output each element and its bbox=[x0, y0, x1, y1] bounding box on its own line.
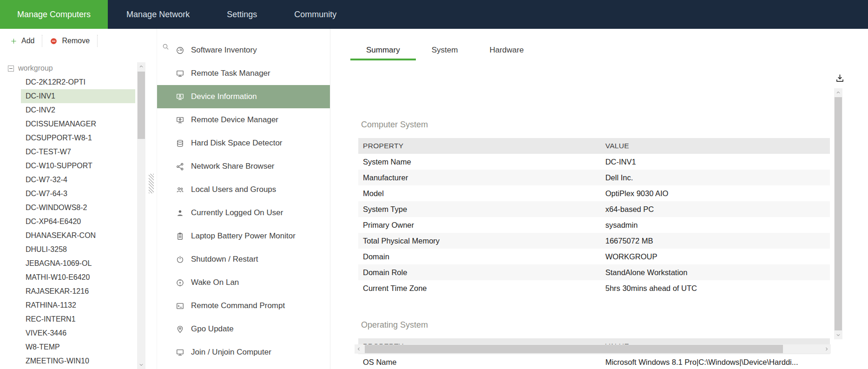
tool-item-software-inventory[interactable]: Software Inventory bbox=[157, 39, 330, 62]
tool-item-hard-disk-space-detector[interactable]: Hard Disk Space Detector bbox=[157, 132, 330, 155]
summary-content: Computer System PROPERTY VALUE System Na… bbox=[358, 120, 830, 369]
scrollbar-thumb[interactable] bbox=[835, 97, 842, 330]
remove-minus-icon bbox=[50, 37, 58, 45]
tool-label: Shutdown / Restart bbox=[191, 255, 258, 264]
tree-toolbar: Add Remove bbox=[0, 29, 146, 53]
tool-label: Remote Command Prompt bbox=[191, 301, 285, 310]
content-scrollbar-horizontal[interactable] bbox=[355, 344, 831, 354]
tree-item-computer[interactable]: DC-XP64-E6420 bbox=[21, 215, 135, 229]
export-download-button[interactable] bbox=[834, 72, 846, 86]
toolbar-separator bbox=[97, 35, 98, 47]
tool-label: Laptop Battery Power Monitor bbox=[191, 231, 296, 241]
computer-tree-panel: Add Remove workgroup DC-2K12R2-OPTI DC-I… bbox=[0, 29, 146, 369]
collapse-panel-handle[interactable] bbox=[149, 174, 154, 193]
scroll-up-arrow[interactable] bbox=[137, 62, 145, 71]
scrollbar-thumb[interactable] bbox=[365, 345, 783, 353]
tool-item-wake-on-lan[interactable]: Wake On Lan bbox=[157, 271, 330, 294]
tool-label: Gpo Update bbox=[191, 324, 234, 334]
nav-tab-settings[interactable]: Settings bbox=[208, 0, 276, 29]
tree-item-computer[interactable]: DC-2K12R2-OPTI bbox=[21, 75, 135, 89]
scroll-right-arrow[interactable] bbox=[822, 344, 831, 354]
tool-item-join-unjoin-computer[interactable]: Join / Unjoin Computer bbox=[157, 341, 330, 364]
value-cell: Microsoft Windows 8.1 Pro|C:\Windows|\De… bbox=[601, 358, 830, 367]
tree-item-computer[interactable]: VIVEK-3446 bbox=[21, 326, 135, 340]
panel-splitter[interactable] bbox=[146, 29, 157, 369]
tool-item-gpo-update[interactable]: Gpo Update bbox=[157, 317, 330, 341]
tab-system[interactable]: System bbox=[416, 43, 474, 60]
download-icon bbox=[835, 73, 845, 83]
tree-root-workgroup[interactable]: workgroup bbox=[0, 61, 146, 75]
scroll-down-arrow[interactable] bbox=[137, 361, 145, 369]
tree-item-computer[interactable]: DC-INV2 bbox=[21, 103, 135, 117]
workgroup-label: workgroup bbox=[18, 64, 53, 72]
column-header-value: VALUE bbox=[601, 142, 830, 150]
nav-tab-manage-computers[interactable]: Manage Computers bbox=[0, 0, 108, 29]
table-row: OS Name Microsoft Windows 8.1 Pro|C:\Win… bbox=[358, 354, 830, 369]
tree-item-computer[interactable]: DC-INV1 bbox=[21, 89, 135, 103]
computer-system-table: PROPERTY VALUE System Name DC-INV1 Manuf… bbox=[358, 138, 830, 296]
tab-summary[interactable]: Summary bbox=[350, 43, 416, 60]
power-icon bbox=[176, 255, 184, 264]
tree-item-computer[interactable]: RAJASEKAR-1216 bbox=[21, 284, 135, 298]
monitor-gear-icon bbox=[176, 116, 184, 125]
table-row: System Name DC-INV1 bbox=[358, 154, 830, 170]
scroll-left-arrow[interactable] bbox=[355, 344, 363, 354]
tool-label: Hard Disk Space Detector bbox=[191, 138, 283, 148]
clipboard-icon bbox=[176, 232, 184, 241]
collapse-expander-icon[interactable] bbox=[8, 66, 14, 72]
computer-list: DC-2K12R2-OPTI DC-INV1 DC-INV2 DCISSUEMA… bbox=[0, 75, 146, 368]
tree-item-computer[interactable]: DC-W7-32-4 bbox=[21, 173, 135, 187]
monitor-user-icon bbox=[176, 92, 184, 101]
section-computer-system: Computer System PROPERTY VALUE System Na… bbox=[358, 120, 830, 296]
tree-item-computer[interactable]: RATHINA-1132 bbox=[21, 298, 135, 312]
tool-label: Local Users and Groups bbox=[191, 185, 276, 194]
nav-tab-community[interactable]: Community bbox=[276, 0, 355, 29]
tree-item-computer[interactable]: DC-W10-SUPPORT bbox=[21, 159, 135, 173]
scroll-up-arrow[interactable] bbox=[834, 88, 842, 97]
tools-panel: Software Inventory Remote Task Manager D… bbox=[157, 29, 330, 369]
value-cell: x64-based PC bbox=[601, 205, 830, 214]
tab-hardware[interactable]: Hardware bbox=[473, 43, 539, 60]
operating-system-table: PROPERTY VALUE OS Name Microsoft Windows… bbox=[358, 338, 830, 369]
nav-tab-manage-network[interactable]: Manage Network bbox=[108, 0, 208, 29]
tree-item-computer[interactable]: REC-INTERN1 bbox=[21, 312, 135, 326]
property-cell: OS Name bbox=[358, 358, 601, 367]
content-scrollbar-vertical[interactable] bbox=[834, 88, 842, 339]
tree-item-computer[interactable]: DC-WINDOWS8-2 bbox=[21, 201, 135, 215]
tool-item-laptop-battery-power-monitor[interactable]: Laptop Battery Power Monitor bbox=[157, 224, 330, 248]
tool-item-remote-task-manager[interactable]: Remote Task Manager bbox=[157, 62, 330, 85]
tool-item-network-share-browser[interactable]: Network Share Browser bbox=[157, 155, 330, 178]
tree-item-computer[interactable]: DC-TEST-W7 bbox=[21, 145, 135, 159]
scrollbar-thumb[interactable] bbox=[138, 72, 145, 139]
tree-item-computer[interactable]: DC-W7-64-3 bbox=[21, 187, 135, 201]
tool-item-local-users-and-groups[interactable]: Local Users and Groups bbox=[157, 178, 330, 201]
property-cell: System Name bbox=[358, 158, 601, 166]
hard-disk-icon bbox=[176, 139, 184, 148]
tool-label: Currently Logged On User bbox=[191, 208, 283, 217]
tool-item-remote-command-prompt[interactable]: Remote Command Prompt bbox=[157, 294, 330, 317]
table-body: System Name DC-INV1 Manufacturer Dell In… bbox=[358, 154, 830, 296]
remove-computer-button[interactable]: Remove bbox=[47, 35, 92, 47]
tree-item-computer[interactable]: JEBAGNA-1069-OL bbox=[21, 257, 135, 270]
user-icon bbox=[176, 209, 184, 217]
tool-item-remote-device-manager[interactable]: Remote Device Manager bbox=[157, 108, 330, 132]
tool-item-currently-logged-on-user[interactable]: Currently Logged On User bbox=[157, 201, 330, 224]
search-button[interactable] bbox=[161, 42, 171, 53]
tree-item-computer[interactable]: DHULI-3258 bbox=[21, 243, 135, 257]
tree-item-computer[interactable]: W8-TEMP bbox=[21, 340, 135, 354]
table-row: Total Physical Memory 16675072 MB bbox=[358, 233, 830, 249]
tree-item-computer[interactable]: DCSUPPORT-W8-1 bbox=[21, 131, 135, 145]
add-computer-button[interactable]: Add bbox=[7, 35, 37, 47]
tool-item-shutdown-restart[interactable]: Shutdown / Restart bbox=[157, 248, 330, 271]
tool-item-device-information[interactable]: Device Information bbox=[157, 85, 330, 108]
tool-label: Network Share Browser bbox=[191, 162, 275, 171]
tree-item-computer[interactable]: ZMEETING-WIN10 bbox=[21, 354, 135, 368]
monitor-icon bbox=[176, 69, 184, 78]
property-cell: Manufacturer bbox=[358, 173, 601, 182]
tree-item-computer[interactable]: DCISSUEMANAGER bbox=[21, 117, 135, 131]
scroll-down-arrow[interactable] bbox=[834, 331, 842, 339]
tree-item-computer[interactable]: DHANASEKAR-CON bbox=[21, 229, 135, 243]
tree-scrollbar[interactable] bbox=[137, 62, 145, 369]
property-cell: Primary Owner bbox=[358, 221, 601, 230]
tree-item-computer[interactable]: MATHI-W10-E6420 bbox=[21, 270, 135, 284]
